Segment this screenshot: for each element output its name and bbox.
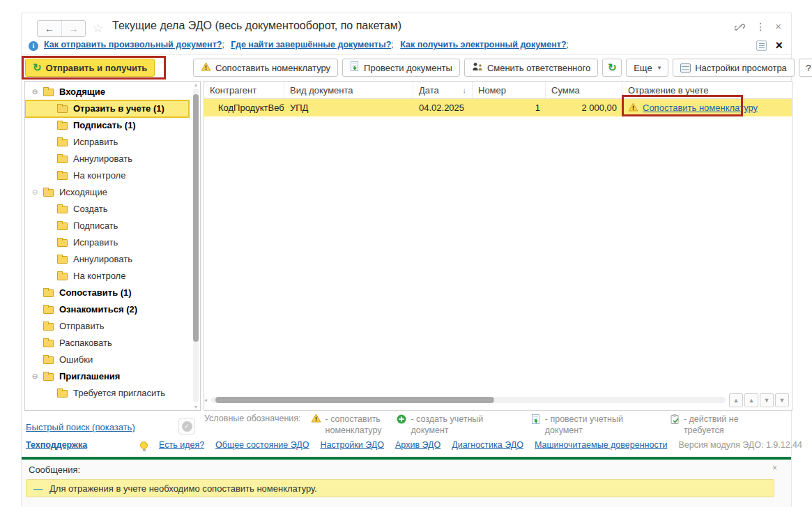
tree-item-fix-outgoing[interactable]: Исправить [25,234,189,251]
scroll-bottom-button[interactable]: ▼ [775,393,789,407]
title-bar: ← → ☆ Текущие дела ЭДО (весь документооб… [22,17,791,40]
tree-item-match[interactable]: Сопоставить (1) [25,285,189,301]
expander-icon[interactable]: ⊖ [31,184,39,201]
back-button[interactable]: ← [38,21,61,36]
tree-item-errors[interactable]: Ошибки [25,352,189,368]
edo-diagnostics-link[interactable]: Диагностика ЭДО [452,440,523,450]
toolbar: ↻ Отправить и получить Сопоставить номен… [22,56,791,79]
help-links: Как отправить произвольный документ?; Гд… [44,40,573,50]
tree-item-create[interactable]: Создать [25,201,189,218]
journal-icon[interactable] [756,40,767,51]
page-title: Текущие дела ЭДО (весь документооборот, … [112,20,401,32]
help-link-find-completed[interactable]: Где найти завершённые документы? [231,40,391,50]
column-header-accounting[interactable]: Отражение в учете [622,82,792,98]
view-settings-button[interactable]: Настройки просмотра [673,59,795,77]
tree-item-acquaint[interactable]: Ознакомиться (2) [25,301,189,318]
help-link-receive-edoc[interactable]: Как получить электронный документ? [400,40,566,50]
folder-icon [57,172,68,180]
tree-item-incoming[interactable]: ⊖Входящие [25,84,189,100]
table-row[interactable]: КодПродуктВеб"_... УПД 04.02.2025 1 2 00… [204,99,792,116]
tree-scrollbar-thumb[interactable] [193,94,199,342]
legend-title: Условные обозначения: [204,414,301,423]
machine-readable-poa-link[interactable]: Машиночитаемые доверенности [535,440,667,450]
message-item[interactable]: — Для отражения в учете необходимо сопос… [26,479,774,497]
help-link-send-arbitrary[interactable]: Как отправить произвольный документ? [44,40,222,50]
post-document-icon [350,61,360,74]
tree-item-annul-incoming[interactable]: Аннулировать [25,151,189,167]
post-documents-button[interactable]: Провести документы [342,59,460,77]
quick-search: Быстрый поиск (показать) [26,422,135,432]
tree-item-on-control-incoming[interactable]: На контроле [25,167,189,184]
change-responsible-button[interactable]: Сменить ответственного [464,59,598,77]
tree-item-send[interactable]: Отправить [25,318,189,335]
tree-item-reflect-in-accounting[interactable]: Отразить в учете (1) [25,100,189,117]
tree-scrollbar[interactable]: ▲ ▼ [193,89,199,402]
idea-link[interactable]: Есть идея? [159,440,204,450]
edo-state-link[interactable]: Общее состояние ЭДО [215,440,309,450]
help-button[interactable]: ? [799,59,812,77]
tree-item-sign-incoming[interactable]: Подписать (1) [25,117,189,134]
tree-item-annul-outgoing[interactable]: Аннулировать [25,251,189,268]
folder-icon [43,89,54,96]
more-button[interactable]: Еще ▾ [626,59,668,77]
expander-icon[interactable]: ⊖ [31,84,39,100]
grid-h-scrollbar[interactable]: ◂ ▸ [211,397,726,403]
edo-archive-link[interactable]: Архив ЭДО [395,440,441,450]
tree-item-outgoing[interactable]: ⊖Исходящие [25,184,189,201]
folder-icon [43,323,54,331]
documents-grid: Контрагент Вид документа Дата↓ Номер Сум… [204,81,792,411]
cell-sum: 2 000,00 [546,99,622,116]
scroll-up-button[interactable]: ▲ [744,393,758,407]
forward-button[interactable]: → [61,21,85,36]
warning-icon [311,414,321,425]
cell-number: 1 [473,99,546,116]
message-bullet-icon: — [33,483,43,494]
support-link[interactable]: Техподдержка [26,440,87,450]
window-close-icon[interactable]: × [775,20,781,32]
legend-item-match: - сопоставить номенклатуру [311,414,382,436]
module-version: Версия модуля ЭДО: 1.9.12.44 [678,440,802,450]
refresh-button[interactable]: ↻ [602,59,622,77]
tree-item-on-control-outgoing[interactable]: На контроле [25,268,189,285]
cell-date: 04.02.2025 [413,99,473,116]
tree-item-sign-outgoing[interactable]: Подписать [25,218,189,234]
separator: ; [222,40,224,50]
quick-search-link[interactable]: Быстрый поиск (показать) [26,422,135,432]
no-action-icon [671,414,680,427]
column-header-doc-type[interactable]: Вид документа [284,82,413,98]
tree-item-fix-incoming[interactable]: Исправить [25,134,189,151]
refresh-icon: ↻ [608,61,617,74]
match-nomenclature-link[interactable]: Сопоставить номенклатуру [643,103,758,113]
send-receive-button[interactable]: ↻ Отправить и получить [25,59,155,77]
folder-icon [43,340,54,347]
quick-search-button[interactable]: ✓ [178,418,195,434]
more-menu-icon[interactable]: ⋮ [756,21,765,32]
tree-item-need-invite[interactable]: Требуется пригласить [25,385,189,402]
column-header-contractor[interactable]: Контрагент [204,82,284,98]
infobar-close-icon[interactable]: × [775,40,783,51]
column-header-sum[interactable]: Сумма [546,82,622,98]
scroll-top-button[interactable]: ▲ [729,393,743,407]
expander-icon[interactable]: ⊖ [31,368,39,385]
favorite-star-icon[interactable]: ☆ [93,21,103,36]
edo-settings-link[interactable]: Настройки ЭДО [320,440,384,450]
match-nomenclature-button[interactable]: Сопоставить номенклатуру [193,59,338,77]
scroll-down-icon[interactable]: ▼ [193,405,199,409]
post-document-icon [531,414,541,427]
link-icon[interactable] [735,21,746,32]
scroll-down-button[interactable]: ▼ [760,393,774,407]
refresh-icon: ↻ [33,61,42,74]
scroll-left-icon[interactable]: ◂ [204,397,207,403]
folder-icon [57,273,68,280]
tree-item-invitations[interactable]: ⊖Приглашения [25,368,189,385]
column-header-date[interactable]: Дата↓ [413,82,473,98]
messages-close-icon[interactable]: × [772,463,777,473]
history-nav: ← → [37,20,86,37]
grid-h-scrollbar-thumb[interactable] [215,397,494,403]
plus-icon [397,414,406,426]
messages-title: Сообщения: [29,464,80,475]
scroll-up-icon[interactable]: ▲ [193,82,199,87]
tree-item-unpack[interactable]: Распаковать [25,335,189,352]
column-header-number[interactable]: Номер [473,82,546,98]
folders-tree: ⊖Входящие Отразить в учете (1) Подписать… [24,81,201,411]
